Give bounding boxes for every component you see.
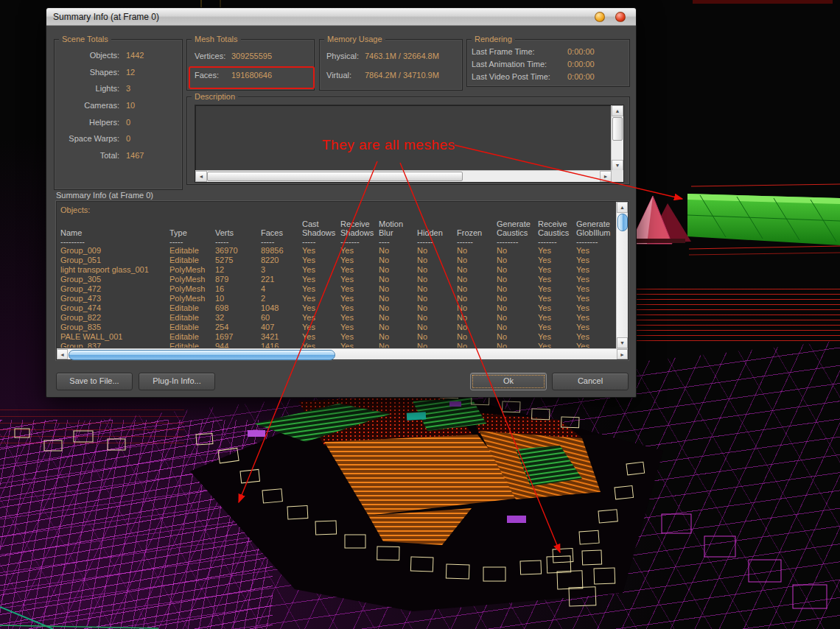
- cell-receive-shadows: Yes: [340, 332, 379, 342]
- scroll-up-icon[interactable]: ▲: [612, 105, 623, 116]
- cell-receive-shadows: Yes: [340, 323, 379, 332]
- vscroll-thumb[interactable]: [612, 117, 623, 141]
- scroll-right-icon[interactable]: ►: [600, 171, 612, 182]
- table-row[interactable]: Group_822 Editable 32 60 Yes Yes No No N…: [60, 313, 616, 323]
- cell-type: PolyMesh: [169, 275, 215, 284]
- table-row[interactable]: Group_009 Editable 36970 89856 Yes Yes N…: [60, 246, 616, 256]
- save-to-file-button[interactable]: Save to File...: [56, 373, 133, 390]
- cell-verts: 5275: [215, 256, 261, 265]
- table-hscrollbar[interactable]: ◄ ►: [57, 348, 628, 359]
- cancel-button[interactable]: Cancel: [552, 373, 629, 390]
- dialog-client: Scene Totals Objects: 1442 Shapes: 12 Li…: [46, 26, 636, 397]
- cell-frozen: No: [457, 275, 497, 284]
- cell-frozen: No: [457, 342, 497, 348]
- ok-button[interactable]: Ok: [470, 373, 547, 390]
- cell-faces: 1416: [261, 342, 302, 348]
- scroll-left-icon[interactable]: ◄: [195, 171, 207, 182]
- summary-info-dialog: Summary Info (at Frame 0) Scene Totals O…: [46, 7, 637, 398]
- dash-cell: ---------: [60, 237, 169, 246]
- stat-value: 309255595: [231, 52, 272, 60]
- cell-receive-caustics: Yes: [538, 332, 576, 342]
- cell-generate-caustics: No: [497, 313, 538, 323]
- dialog-titlebar[interactable]: Summary Info (at Frame 0): [46, 8, 636, 26]
- cell-name: Group_835: [60, 323, 169, 332]
- table-row[interactable]: Group_473 PolyMesh 10 2 Yes Yes No No No…: [60, 294, 616, 303]
- scroll-down-icon[interactable]: ▼: [617, 337, 628, 348]
- stat-label: Shapes:: [55, 68, 119, 77]
- cell-motion-blur: No: [379, 294, 417, 303]
- cell-motion-blur: No: [379, 303, 417, 313]
- table-row[interactable]: Group_835 Editable 254 407 Yes Yes No No…: [60, 323, 616, 332]
- stat-value: 3: [126, 84, 130, 93]
- stat-row: Cameras: 10: [55, 97, 182, 114]
- cell-hidden: No: [417, 265, 457, 275]
- cell-motion-blur: No: [379, 246, 417, 256]
- table-row[interactable]: light transport glass_001 PolyMesh 12 3 …: [60, 265, 616, 275]
- cell-generate-globillum: Yes: [576, 323, 616, 332]
- table-vscrollbar[interactable]: ▲ ▼: [616, 202, 628, 348]
- cell-verts: 944: [215, 342, 261, 348]
- table-row[interactable]: Group_472 PolyMesh 16 4 Yes Yes No No No…: [60, 284, 616, 294]
- table-rows: Group_009 Editable 36970 89856 Yes Yes N…: [60, 246, 616, 348]
- cell-receive-shadows: Yes: [340, 256, 379, 265]
- cell-motion-blur: No: [379, 313, 417, 323]
- stat-label: Cameras:: [55, 101, 119, 110]
- cell-hidden: No: [417, 294, 457, 303]
- stat-row: Faces: 191680646: [187, 66, 314, 85]
- table-row[interactable]: Group_474 Editable 698 1048 Yes Yes No N…: [60, 303, 616, 313]
- column-header: Generate GlobIllum: [576, 219, 616, 237]
- scrollbar-corner: [612, 170, 623, 182]
- cell-faces: 4: [261, 284, 302, 294]
- cell-type: Editable: [169, 313, 215, 323]
- stat-label: Helpers:: [55, 118, 119, 127]
- cell-faces: 89856: [261, 246, 302, 256]
- minimize-button[interactable]: [595, 12, 605, 22]
- cell-generate-caustics: No: [497, 332, 538, 342]
- stat-row: Space Warps: 0: [55, 130, 182, 147]
- mesh-totals-group: Mesh Totals Vertices: 309255595 Faces: 1…: [186, 39, 315, 91]
- scroll-right-icon[interactable]: ►: [617, 349, 628, 359]
- stat-row: Objects: 1442: [55, 47, 182, 64]
- table-hscroll-thumb[interactable]: [69, 350, 335, 360]
- table-row[interactable]: Group_837 Editable 944 1416 Yes Yes No N…: [60, 342, 616, 348]
- description-textarea[interactable]: ▲ ▼ ◄ ►: [195, 105, 624, 183]
- cell-name: PALE WALL_001: [60, 332, 169, 342]
- description-hscrollbar[interactable]: ◄ ►: [195, 170, 612, 182]
- cell-generate-caustics: No: [497, 256, 538, 265]
- group-title: Description: [192, 92, 238, 101]
- plug-in-info-button[interactable]: Plug-In Info...: [139, 373, 215, 390]
- scroll-down-icon[interactable]: ▼: [612, 160, 623, 171]
- close-button[interactable]: [615, 12, 626, 22]
- table-row[interactable]: PALE WALL_001 Editable 1697 3421 Yes Yes…: [60, 332, 616, 342]
- scroll-left-icon[interactable]: ◄: [57, 349, 68, 359]
- cell-cast-shadows: Yes: [302, 246, 340, 256]
- dash-cell: -------: [340, 237, 379, 246]
- table-vscroll-thumb[interactable]: [617, 214, 628, 231]
- cell-receive-shadows: Yes: [340, 275, 379, 284]
- cell-cast-shadows: Yes: [302, 284, 340, 294]
- description-vscrollbar[interactable]: ▲ ▼: [611, 105, 623, 171]
- cell-verts: 1697: [215, 332, 261, 342]
- building-cluster: [190, 382, 663, 611]
- table-row[interactable]: Group_305 PolyMesh 879 221 Yes Yes No No…: [60, 275, 616, 284]
- stat-label: Space Warps:: [55, 134, 119, 143]
- table-row[interactable]: Group_051 Editable 5275 8220 Yes Yes No …: [60, 256, 616, 265]
- cell-type: Editable: [169, 342, 215, 348]
- group-title: Rendering: [472, 35, 515, 43]
- cell-hidden: No: [417, 313, 457, 323]
- cell-name: Group_472: [60, 284, 169, 294]
- cell-receive-caustics: Yes: [538, 246, 576, 256]
- cell-receive-shadows: Yes: [340, 294, 379, 303]
- cell-cast-shadows: Yes: [302, 265, 340, 275]
- scroll-up-icon[interactable]: ▲: [617, 202, 628, 213]
- cell-receive-caustics: Yes: [538, 303, 576, 313]
- stat-row: Last Frame Time: 0:00:00: [467, 45, 629, 57]
- stat-value: 1467: [126, 151, 144, 160]
- cell-frozen: No: [457, 246, 497, 256]
- stat-value: 0:00:00: [567, 60, 595, 68]
- stat-value: 191680646: [231, 71, 272, 80]
- cell-generate-caustics: No: [497, 342, 538, 348]
- cell-type: Editable: [169, 246, 215, 256]
- hscroll-thumb[interactable]: [207, 172, 463, 181]
- cell-frozen: No: [457, 323, 497, 332]
